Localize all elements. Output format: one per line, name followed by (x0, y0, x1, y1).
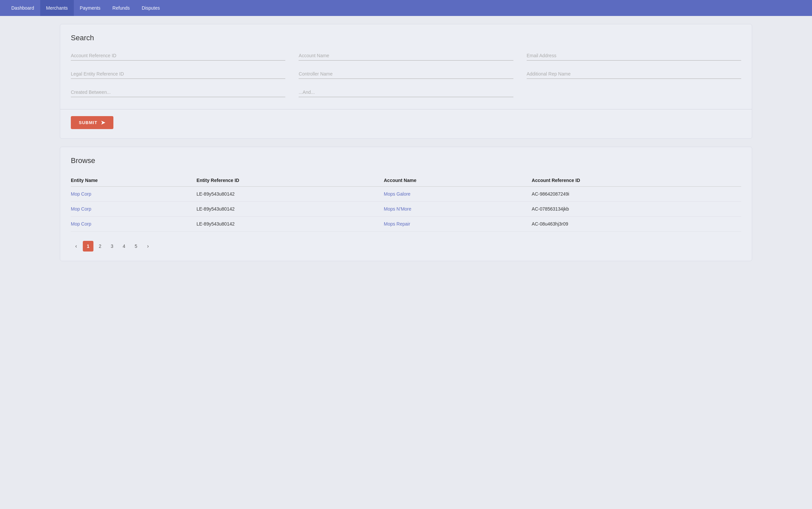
table-row: Mop Corp LE-89y543u80142 Mops Galore AC-… (71, 186, 741, 202)
page-2-button[interactable]: 2 (95, 241, 105, 251)
entity-name-cell-0[interactable]: Mop Corp (71, 186, 196, 202)
empty-group (527, 88, 741, 97)
col-entity-name: Entity Name (71, 174, 196, 186)
entity-ref-id-cell-0: LE-89y543u80142 (196, 186, 384, 202)
col-entity-reference-id: Entity Reference ID (196, 174, 384, 186)
table-row: Mop Corp LE-89y543u80142 Mops Repair AC-… (71, 216, 741, 232)
browse-table: Entity Name Entity Reference ID Account … (71, 174, 741, 232)
submit-button[interactable]: SUBMIT ➤ (71, 116, 113, 129)
and-group (299, 88, 513, 97)
browse-title: Browse (71, 156, 741, 165)
created-between-input[interactable] (71, 88, 285, 97)
arrow-right-icon: ➤ (101, 120, 105, 126)
account-name-cell-0[interactable]: Mops Galore (384, 186, 532, 202)
created-between-group (71, 88, 285, 97)
nav-merchants[interactable]: Merchants (40, 0, 74, 16)
page-4-button[interactable]: 4 (119, 241, 130, 251)
nav-payments[interactable]: Payments (74, 0, 106, 16)
and-input[interactable] (299, 88, 513, 97)
account-ref-id-cell-0: AC-98642087249i (532, 186, 741, 202)
nav-disputes[interactable]: Disputes (136, 0, 165, 16)
search-panel: Search (60, 24, 752, 139)
legal-entity-reference-id-group (71, 70, 285, 79)
entity-ref-id-cell-2: LE-89y543u80142 (196, 216, 384, 232)
account-reference-id-group (71, 52, 285, 61)
account-name-cell-1[interactable]: Mops N'More (384, 202, 532, 216)
account-name-input[interactable] (299, 52, 513, 61)
table-body: Mop Corp LE-89y543u80142 Mops Galore AC-… (71, 186, 741, 232)
page-1-button[interactable]: 1 (83, 241, 94, 251)
form-divider (60, 109, 752, 109)
entity-name-cell-2[interactable]: Mop Corp (71, 216, 196, 232)
nav-refunds[interactable]: Refunds (106, 0, 136, 16)
entity-ref-id-cell-1: LE-89y543u80142 (196, 202, 384, 216)
table-row: Mop Corp LE-89y543u80142 Mops N'More AC-… (71, 202, 741, 216)
account-ref-id-cell-2: AC-08u463hj3r09 (532, 216, 741, 232)
page-5-button[interactable]: 5 (131, 241, 141, 251)
account-name-cell-2[interactable]: Mops Repair (384, 216, 532, 232)
browse-panel: Browse Entity Name Entity Reference ID A… (60, 147, 752, 261)
header-row: Entity Name Entity Reference ID Account … (71, 174, 741, 186)
account-name-group (299, 52, 513, 61)
table-header: Entity Name Entity Reference ID Account … (71, 174, 741, 186)
email-address-group (527, 52, 741, 61)
additional-rep-name-group (527, 70, 741, 79)
navigation: Dashboard Merchants Payments Refunds Dis… (0, 0, 812, 16)
col-account-reference-id: Account Reference ID (532, 174, 741, 186)
main-content: Search (0, 16, 812, 269)
next-page-button[interactable]: › (143, 241, 153, 251)
entity-name-cell-1[interactable]: Mop Corp (71, 202, 196, 216)
nav-dashboard[interactable]: Dashboard (5, 0, 40, 16)
controller-name-input[interactable] (299, 70, 513, 79)
pagination: ‹ 1 2 3 4 5 › (71, 238, 741, 251)
controller-name-group (299, 70, 513, 79)
account-ref-id-cell-1: AC-078563134jkb (532, 202, 741, 216)
prev-page-button[interactable]: ‹ (71, 241, 81, 251)
col-account-name: Account Name (384, 174, 532, 186)
search-title: Search (71, 34, 741, 42)
submit-label: SUBMIT (79, 120, 98, 125)
email-address-input[interactable] (527, 52, 741, 61)
search-form (71, 52, 741, 106)
legal-entity-reference-id-input[interactable] (71, 70, 285, 79)
page-3-button[interactable]: 3 (107, 241, 117, 251)
account-reference-id-input[interactable] (71, 52, 285, 61)
additional-rep-name-input[interactable] (527, 70, 741, 79)
